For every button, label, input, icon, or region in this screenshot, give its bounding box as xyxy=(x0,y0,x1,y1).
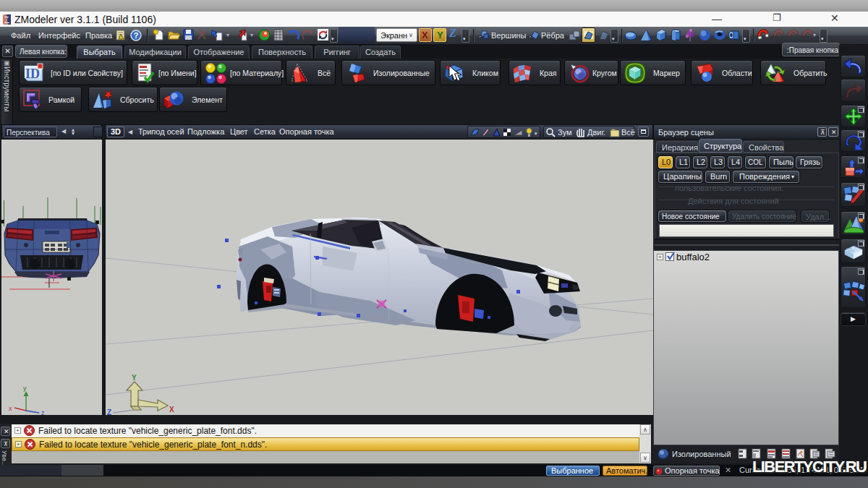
svg-text:X: X xyxy=(169,406,174,414)
svg-text:Z: Z xyxy=(107,408,111,415)
svg-text:?: ? xyxy=(134,31,139,40)
svg-text:x: x xyxy=(9,405,12,412)
svg-text:z: z xyxy=(41,409,45,415)
svg-text:Y: Y xyxy=(132,374,137,382)
svg-text:y: y xyxy=(23,385,27,392)
